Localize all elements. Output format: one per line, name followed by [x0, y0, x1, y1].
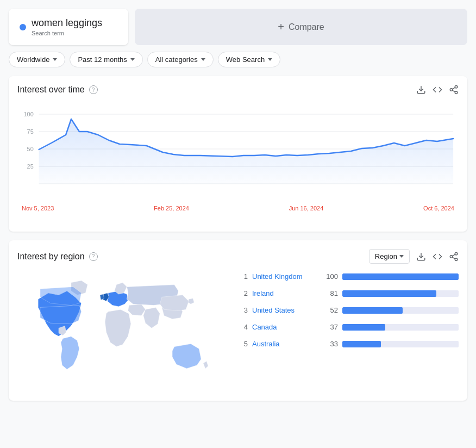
toolbar-icons — [416, 85, 459, 95]
region-name-2[interactable]: Ireland — [252, 289, 317, 297]
region-download-icon[interactable] — [416, 252, 426, 262]
svg-line-19 — [452, 257, 455, 259]
filter-type-label: Web Search — [226, 55, 265, 64]
list-item: 2 Ireland 81 — [237, 289, 459, 297]
region-toolbar-icons: Region — [369, 249, 459, 264]
x-label-2: Feb 25, 2024 — [154, 205, 189, 211]
region-bar-3 — [342, 307, 459, 314]
region-filter-button[interactable]: Region — [369, 249, 410, 264]
region-score-3: 52 — [322, 306, 338, 314]
share-icon[interactable] — [449, 85, 459, 95]
filter-bar: Worldwide Past 12 months All categories … — [9, 52, 467, 67]
region-rank-1: 1 — [237, 272, 248, 281]
x-axis-labels: Nov 5, 2023 Feb 25, 2024 Jun 16, 2024 Oc… — [17, 205, 459, 211]
filter-time-label: Past 12 months — [78, 55, 127, 64]
svg-point-18 — [455, 258, 458, 261]
x-label-4: Oct 6, 2024 — [423, 205, 454, 211]
region-rank-4: 4 — [237, 323, 248, 331]
x-label-3: Jun 16, 2024 — [289, 205, 324, 211]
region-name-3[interactable]: United States — [252, 306, 317, 314]
compare-label: Compare — [289, 22, 324, 32]
list-item: 1 United Kingdom 100 — [237, 272, 459, 281]
svg-text:50: 50 — [27, 146, 34, 152]
search-term-dot — [20, 24, 26, 30]
interest-by-region-title-group: Interest by region ? — [17, 252, 98, 262]
filter-search-type[interactable]: Web Search — [218, 52, 280, 67]
svg-point-16 — [455, 252, 458, 255]
svg-point-2 — [450, 89, 453, 91]
region-bar-fill-5 — [342, 341, 381, 347]
trend-chart: 100 75 50 25 — [17, 103, 459, 201]
svg-point-3 — [455, 91, 458, 94]
interest-by-region-card: Interest by region ? Region — [9, 240, 467, 401]
region-bar-fill-3 — [342, 307, 403, 314]
region-bar-4 — [342, 324, 459, 331]
embed-icon[interactable] — [433, 85, 442, 95]
chart-container: 100 75 50 25 Nov 5, 2023 Feb 25, 2024 Ju… — [17, 103, 459, 223]
download-icon[interactable] — [416, 85, 426, 95]
filter-location[interactable]: Worldwide — [9, 52, 65, 67]
svg-point-17 — [450, 255, 453, 258]
region-share-icon[interactable] — [449, 252, 459, 262]
region-filter-label: Region — [375, 252, 397, 260]
chevron-down-icon — [130, 58, 135, 61]
filter-location-label: Worldwide — [17, 55, 49, 64]
chevron-down-icon — [268, 58, 272, 61]
compare-card[interactable]: + Compare — [135, 9, 467, 45]
compare-plus-icon: + — [278, 21, 284, 33]
search-term-card: women leggings Search term — [9, 9, 128, 45]
interest-over-time-title-group: Interest over time ? — [17, 85, 98, 95]
region-bar-2 — [342, 290, 459, 297]
svg-line-20 — [452, 254, 455, 256]
region-name-1[interactable]: United Kingdom — [252, 272, 317, 281]
region-score-1: 100 — [322, 272, 338, 281]
region-score-2: 81 — [322, 289, 338, 297]
list-item: 4 Canada 37 — [237, 323, 459, 331]
region-content: 1 United Kingdom 100 2 Ireland 81 3 Unit… — [17, 272, 459, 392]
interest-over-time-title: Interest over time — [17, 85, 85, 95]
region-score-4: 37 — [322, 323, 338, 331]
list-item: 5 Australia 33 — [237, 340, 459, 348]
filter-category[interactable]: All categories — [147, 52, 214, 67]
world-map-container — [17, 272, 224, 392]
region-embed-icon[interactable] — [433, 252, 442, 262]
region-name-5[interactable]: Australia — [252, 340, 317, 348]
region-bar-1 — [342, 273, 459, 280]
region-score-5: 33 — [322, 340, 338, 348]
region-list: 1 United Kingdom 100 2 Ireland 81 3 Unit… — [237, 272, 459, 357]
svg-text:25: 25 — [27, 163, 34, 170]
filter-time[interactable]: Past 12 months — [70, 52, 142, 67]
region-bar-5 — [342, 341, 459, 347]
svg-line-4 — [452, 90, 455, 92]
chevron-down-icon — [53, 58, 57, 61]
svg-text:75: 75 — [27, 128, 34, 135]
region-chevron-icon — [399, 255, 404, 258]
help-icon[interactable]: ? — [89, 85, 98, 94]
chevron-down-icon — [201, 58, 205, 61]
world-map-svg — [17, 272, 224, 392]
x-label-1: Nov 5, 2023 — [22, 205, 54, 211]
svg-point-1 — [455, 86, 458, 89]
list-item: 3 United States 52 — [237, 306, 459, 314]
svg-line-5 — [452, 88, 455, 89]
svg-text:100: 100 — [24, 111, 34, 117]
interest-over-time-card: Interest over time ? — [9, 76, 467, 232]
region-bar-fill-1 — [342, 273, 459, 280]
filter-category-label: All categories — [155, 55, 198, 64]
interest-by-region-header: Interest by region ? Region — [17, 249, 459, 264]
region-bar-fill-2 — [342, 290, 436, 297]
region-bar-fill-4 — [342, 324, 385, 331]
search-term-text: women leggings Search term — [32, 17, 102, 36]
search-term-subtitle: Search term — [32, 30, 102, 36]
interest-by-region-title: Interest by region — [17, 252, 85, 262]
interest-over-time-header: Interest over time ? — [17, 85, 459, 95]
region-rank-3: 3 — [237, 306, 248, 314]
region-rank-5: 5 — [237, 340, 248, 348]
search-header: women leggings Search term + Compare — [9, 9, 467, 45]
region-name-4[interactable]: Canada — [252, 323, 317, 331]
region-rank-2: 2 — [237, 289, 248, 297]
region-help-icon[interactable]: ? — [89, 252, 98, 261]
search-term-title: women leggings — [32, 17, 102, 29]
